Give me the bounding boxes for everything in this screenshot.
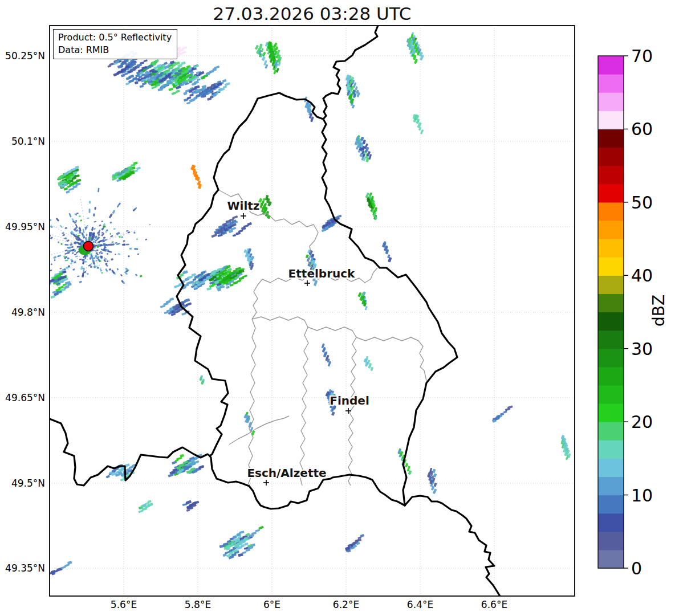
x-axis-tick-label: 6.4°E <box>407 599 433 610</box>
colorbar-tick-label: 10 <box>631 485 653 505</box>
city-label-esch-alzette: Esch/Alzette <box>247 466 326 480</box>
colorbar-tick-label: 20 <box>631 412 653 432</box>
colorbar <box>598 56 628 569</box>
y-axis-tick-label: 50.1°N <box>0 136 45 147</box>
city-markers <box>241 213 351 486</box>
colorbar-tick-label: 40 <box>631 266 653 285</box>
y-axis-tick-label: 49.35°N <box>0 562 45 574</box>
city-label-ettelbruck: Ettelbruck <box>288 267 355 280</box>
y-axis-tick-label: 49.65°N <box>0 392 45 403</box>
info-box-product-line: Product: 0.5° Reflectivity <box>58 31 172 44</box>
y-axis-tick-label: 50.25°N <box>0 50 45 62</box>
colorbar-tick-label: 50 <box>631 192 653 212</box>
radar-clutter <box>1 188 151 288</box>
x-axis-tick-label: 6.6°E <box>481 599 507 610</box>
country-borders <box>50 26 500 596</box>
colorbar-tick-label: 60 <box>631 119 653 139</box>
x-axis-tick-label: 5.8°E <box>185 599 211 610</box>
y-axis-tick-label: 49.95°N <box>0 221 45 232</box>
colorbar-tick-label: 0 <box>631 558 642 578</box>
x-axis-tick-label: 6.2°E <box>333 599 359 610</box>
info-box-data-line: Data: RMIB <box>58 44 172 56</box>
colorbar-tick-label: 30 <box>631 338 653 358</box>
y-axis-tick-label: 49.5°N <box>0 478 45 489</box>
map-canvas <box>0 0 675 616</box>
city-label-findel: Findel <box>330 394 369 407</box>
figure-title: 27.03.2026 03:28 UTC <box>50 3 575 24</box>
city-label-wiltz: Wiltz <box>227 199 260 213</box>
info-box: Product: 0.5° Reflectivity Data: RMIB <box>53 29 177 59</box>
colorbar-unit-label: dBZ <box>649 295 668 327</box>
x-axis-tick-label: 5.6°E <box>111 599 137 610</box>
radar-figure: 27.03.2026 03:28 UTC Product: 0.5° Refle… <box>0 0 675 616</box>
y-axis-tick-label: 49.8°N <box>0 307 45 318</box>
x-axis-tick-label: 6°E <box>263 599 280 610</box>
district-borders <box>218 190 426 489</box>
colorbar-tick-label: 70 <box>631 46 653 66</box>
